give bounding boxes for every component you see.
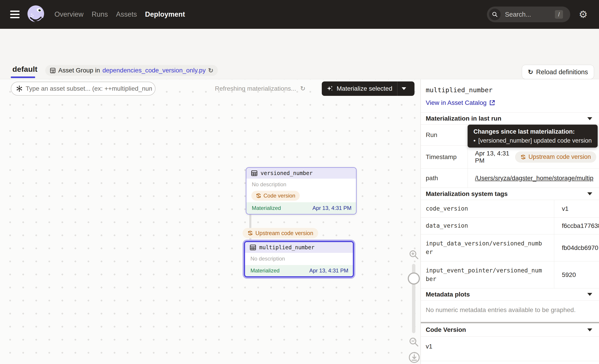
asset-node-versioned-number[interactable]: versioned_number No description Code ver… <box>246 167 357 215</box>
asset-group-badge: Asset Group in dependencies_code_version… <box>45 65 218 76</box>
chevron-down-icon <box>402 87 406 90</box>
asset-node-header: versioned_number <box>247 168 356 179</box>
nav-menu: Overview Runs Assets Deployment <box>54 0 185 29</box>
graph-zoom-controls <box>408 79 420 364</box>
lineage-graph-canvas[interactable]: Refreshing materializations... ↻ Materia… <box>0 79 420 364</box>
row-value: 5920 <box>554 261 599 288</box>
table-row-code-version: code_version v1 <box>421 200 599 217</box>
changes-since-materialization-tooltip: Changes since last materialization: [ver… <box>467 125 598 147</box>
asset-details-header: multiplied_number View in Asset Catalog <box>421 79 599 113</box>
asset-status-bar: Materialized Apr 13, 4:31 PM <box>247 202 356 214</box>
asset-subset-filter[interactable] <box>11 82 156 95</box>
nav-item-deployment[interactable]: Deployment <box>145 10 185 18</box>
upstream-code-version-tag[interactable]: Upstream code version <box>515 151 596 163</box>
chevron-down-icon <box>587 192 592 195</box>
asset-status-bar: Materialized Apr 13, 4:31 PM <box>245 265 353 276</box>
materialization-timestamp-link[interactable]: Apr 13, 4:31 PM <box>313 205 352 211</box>
row-key: input_event_pointer/versioned_number <box>421 266 554 283</box>
row-value: v1 <box>554 200 599 217</box>
row-value: f6ccba177638 <box>554 217 599 234</box>
reload-group-icon[interactable]: ↻ <box>208 67 213 74</box>
metadata-plots-empty-state: No numeric metadata entries available to… <box>421 300 599 322</box>
table-icon <box>250 244 256 251</box>
page-header: default Asset Group in dependencies_code… <box>0 29 599 79</box>
settings-gear-icon[interactable]: ⚙ <box>579 8 588 21</box>
code-version-value: v1 <box>421 336 599 361</box>
asset-name: versioned_number <box>261 170 313 176</box>
section-code-version[interactable]: Code Version <box>421 323 599 336</box>
row-value: fb04dcb6970 <box>554 234 599 261</box>
asset-description: No description <box>247 179 356 188</box>
page-title: default <box>12 65 37 74</box>
code-version-icon <box>256 193 261 199</box>
asset-description: No description <box>245 253 353 262</box>
upstream-code-version-tag[interactable]: Upstream code version <box>243 228 318 238</box>
sparkle-icon <box>327 85 334 92</box>
row-key: Timestamp <box>421 153 467 161</box>
materialized-status: Materialized <box>250 268 280 274</box>
search-icon <box>489 9 501 20</box>
search-input[interactable] <box>505 7 553 22</box>
chevron-down-icon <box>587 329 592 331</box>
section-metadata-plots[interactable]: Metadata plots <box>421 288 599 300</box>
row-key: code_version <box>421 205 554 213</box>
table-row-data-version: data_version f6ccba177638 <box>421 217 599 234</box>
refreshing-status: Refreshing materializations... ↻ <box>215 85 306 92</box>
materialized-status: Materialized <box>252 205 281 211</box>
asset-group-label: Asset Group in <box>58 67 100 74</box>
asset-name: multiplied_number <box>259 244 315 251</box>
code-version-icon <box>520 154 526 160</box>
zoom-slider-handle[interactable] <box>408 272 420 285</box>
dagster-logo-icon[interactable] <box>26 5 45 24</box>
search-shortcut-badge: / <box>555 10 563 19</box>
asset-subset-input[interactable] <box>26 85 152 92</box>
active-tab-underline <box>11 77 35 78</box>
external-link-icon <box>489 100 495 106</box>
section-config[interactable]: Config <box>421 361 599 364</box>
section-materialization-in-last-run[interactable]: Materialization in last run <box>421 113 599 124</box>
row-value: Apr 13, 4:31 PM Upstream code version <box>467 146 599 168</box>
timestamp-link[interactable]: Apr 13, 4:31 PM <box>475 150 515 164</box>
row-key: path <box>421 174 467 182</box>
table-row-input-event-pointer: input_event_pointer/versioned_number 592… <box>421 261 599 288</box>
selected-asset-name: multiplied_number <box>426 86 599 94</box>
op-selector-icon <box>16 86 23 92</box>
code-version-tag[interactable]: Code version <box>251 191 300 201</box>
materialize-selected-button[interactable]: Materialize selected <box>322 81 414 96</box>
reload-icon: ↻ <box>528 68 533 76</box>
dagster-app: Overview Runs Assets Deployment / ⚙ defa… <box>0 0 599 364</box>
global-search[interactable]: / <box>487 7 570 22</box>
table-row-input-data-version: input_data_version/versioned_number fb04… <box>421 234 599 261</box>
section-materialization-system-tags[interactable]: Materialization system tags <box>421 188 599 200</box>
code-version-icon <box>247 230 253 236</box>
nav-item-runs[interactable]: Runs <box>92 10 108 18</box>
download-graph-icon[interactable] <box>408 352 420 363</box>
zoom-out-icon[interactable] <box>408 337 419 347</box>
refresh-icon[interactable]: ↻ <box>300 85 305 92</box>
row-key: input_data_version/versioned_number <box>421 239 554 256</box>
nav-item-overview[interactable]: Overview <box>54 10 83 18</box>
path-link[interactable]: /Users/sryza/dagster_home/storage/multip <box>475 174 593 182</box>
tooltip-item: [versioned_number] updated code version <box>474 137 592 144</box>
view-in-asset-catalog-link[interactable]: View in Asset Catalog <box>426 99 495 106</box>
chevron-down-icon <box>587 117 592 120</box>
top-nav: Overview Runs Assets Deployment / ⚙ <box>0 0 599 29</box>
menu-icon[interactable] <box>10 11 20 18</box>
chevron-down-icon <box>587 293 592 296</box>
zoom-in-icon[interactable] <box>408 249 419 260</box>
materialization-timestamp-link[interactable]: Apr 13, 4:31 PM <box>309 268 348 274</box>
table-row-path: path /Users/sryza/dagster_home/storage/m… <box>421 168 599 188</box>
bullet-icon <box>474 137 476 144</box>
nav-item-assets[interactable]: Assets <box>116 10 137 18</box>
row-key: data_version <box>421 222 554 230</box>
asset-details-panel: multiplied_number View in Asset Catalog … <box>421 79 599 364</box>
asset-node-multiplied-number[interactable]: multiplied_number No description Materia… <box>244 241 354 277</box>
tooltip-title: Changes since last materialization: <box>474 128 592 135</box>
main-content: Refreshing materializations... ↻ Materia… <box>0 79 599 364</box>
reload-definitions-button[interactable]: ↻ Reload definitions <box>522 65 594 79</box>
row-key: Run <box>421 131 467 139</box>
asset-node-header: multiplied_number <box>245 242 353 253</box>
asset-group-file-link[interactable]: dependencies_code_version_only.py <box>102 67 206 74</box>
table-row-timestamp: Timestamp Apr 13, 4:31 PM Upstream code … <box>421 145 599 168</box>
table-icon <box>251 170 258 177</box>
